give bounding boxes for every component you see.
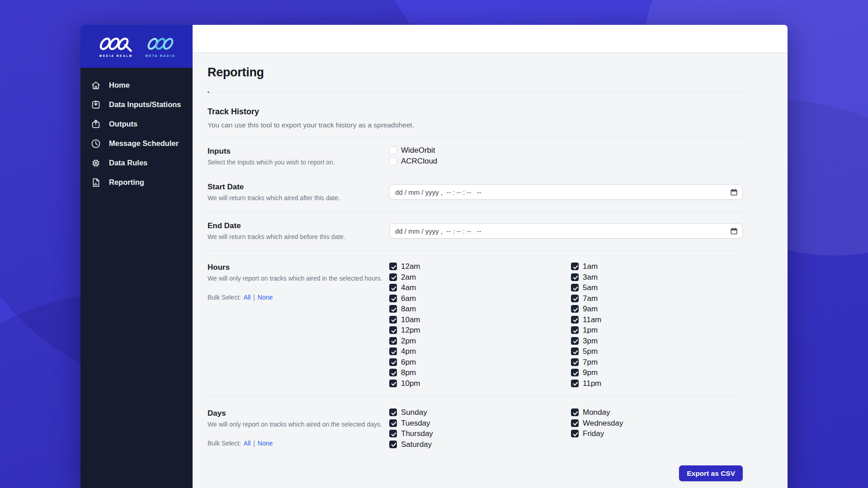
day-checkbox-option[interactable]: Sunday	[389, 408, 427, 417]
sidebar: MEDIA REALM META RADIO Home	[80, 25, 193, 488]
checkbox-label: 1pm	[583, 326, 598, 334]
checkbox[interactable]	[571, 263, 579, 270]
track-history-intro: Track History You can use this tool to e…	[208, 107, 743, 137]
media-realm-logo[interactable]: MEDIA REALM	[98, 36, 135, 57]
checkbox[interactable]	[571, 295, 579, 302]
checkbox-label: 2pm	[401, 337, 416, 345]
day-checkbox-option[interactable]: Monday	[571, 408, 610, 417]
checkbox[interactable]	[571, 358, 579, 366]
hours-bulk-all-link[interactable]: All	[244, 294, 251, 301]
hour-checkbox-option[interactable]: 10am	[389, 316, 420, 324]
checkbox[interactable]	[571, 408, 579, 416]
checkbox[interactable]	[389, 273, 397, 281]
checkbox-label: 7pm	[583, 358, 598, 366]
hour-checkbox-option[interactable]: 1pm	[571, 326, 598, 334]
calendar-icon[interactable]	[730, 188, 738, 196]
hour-checkbox-option[interactable]: 7pm	[571, 358, 598, 366]
day-checkbox-option[interactable]: Thursday	[389, 430, 433, 438]
checkbox[interactable]	[389, 358, 397, 366]
meta-radio-logo[interactable]: META RADIO	[146, 36, 175, 57]
checkbox[interactable]	[389, 295, 397, 302]
checkbox[interactable]	[389, 337, 397, 345]
end-date-input[interactable]: dd / mm / yyyy , -- : -- : -- --	[389, 223, 743, 239]
checkbox[interactable]	[389, 380, 397, 387]
checkbox[interactable]	[389, 419, 397, 427]
checkbox[interactable]	[571, 347, 579, 355]
data-rules-icon	[90, 158, 101, 169]
media-realm-logo-mark	[98, 36, 135, 52]
sidebar-item[interactable]: Outputs	[80, 114, 193, 134]
input-checkbox-option[interactable]: WideOrbit	[389, 146, 435, 155]
hours-label: Hours	[208, 263, 389, 272]
tab[interactable]	[208, 86, 209, 93]
checkbox[interactable]	[571, 316, 579, 324]
checkbox[interactable]	[389, 408, 397, 416]
hour-checkbox-option[interactable]: 12pm	[389, 326, 420, 334]
hour-checkbox-option[interactable]: 7am	[571, 295, 598, 303]
checkbox[interactable]	[389, 146, 397, 154]
start-date-row: Start Date We will return tracks which a…	[208, 173, 743, 211]
checkbox[interactable]	[389, 284, 397, 291]
hour-checkbox-option[interactable]: 3am	[571, 273, 598, 282]
checkbox[interactable]	[389, 441, 397, 448]
day-checkbox-option[interactable]: Wednesday	[571, 419, 623, 427]
checkbox[interactable]	[571, 305, 579, 313]
sidebar-item[interactable]: Reporting	[80, 173, 193, 192]
tab[interactable]	[227, 86, 229, 93]
checkbox[interactable]	[571, 380, 579, 387]
hour-checkbox-option[interactable]: 1am	[571, 263, 598, 271]
export-csv-button[interactable]: Export as CSV	[679, 465, 743, 481]
checkbox[interactable]	[389, 326, 397, 334]
checkbox[interactable]	[389, 430, 397, 437]
days-bulk-select: Bulk Select: All | None	[208, 439, 389, 447]
hour-checkbox-option[interactable]: 3pm	[571, 337, 598, 345]
checkbox[interactable]	[571, 284, 579, 291]
checkbox[interactable]	[571, 430, 579, 437]
checkbox[interactable]	[389, 347, 397, 355]
content: Reporting Track History You can use this…	[193, 53, 788, 488]
day-checkbox-option[interactable]: Tuesday	[389, 419, 430, 427]
hour-checkbox-option[interactable]: 5am	[571, 284, 598, 292]
checkbox-label: Wednesday	[583, 419, 623, 427]
bulk-select-label: Bulk Select:	[208, 294, 241, 301]
hour-checkbox-option[interactable]: 5pm	[571, 347, 598, 356]
sidebar-item[interactable]: Data Inputs/Stations	[80, 95, 193, 114]
hour-checkbox-option[interactable]: 11pm	[571, 380, 601, 388]
hour-checkbox-option[interactable]: 4am	[389, 284, 416, 292]
input-checkbox-option[interactable]: ACRCloud	[389, 157, 437, 165]
sidebar-item[interactable]: Home	[80, 75, 193, 95]
hours-bulk-none-link[interactable]: None	[258, 294, 273, 301]
checkbox[interactable]	[571, 419, 579, 427]
checkbox-label: Friday	[583, 430, 604, 438]
hour-checkbox-option[interactable]: 8am	[389, 305, 416, 313]
checkbox[interactable]	[389, 263, 397, 270]
days-bulk-all-link[interactable]: All	[244, 440, 251, 447]
checkbox[interactable]	[389, 157, 397, 165]
hour-checkbox-option[interactable]: 11am	[571, 316, 601, 324]
days-row: Days We will only report on tracks which…	[208, 396, 743, 457]
day-checkbox-option[interactable]: Friday	[571, 430, 604, 438]
hour-checkbox-option[interactable]: 6pm	[389, 358, 416, 366]
hour-checkbox-option[interactable]: 8pm	[389, 369, 416, 377]
hour-checkbox-option[interactable]: 2pm	[389, 337, 416, 345]
hour-checkbox-option[interactable]: 10pm	[389, 380, 420, 388]
calendar-icon[interactable]	[730, 227, 738, 235]
sidebar-item[interactable]: Message Scheduler	[80, 134, 193, 153]
hour-checkbox-option[interactable]: 9am	[571, 305, 598, 313]
days-bulk-none-link[interactable]: None	[258, 440, 273, 447]
checkbox[interactable]	[389, 316, 397, 324]
checkbox[interactable]	[571, 369, 579, 376]
hour-checkbox-option[interactable]: 2am	[389, 273, 416, 282]
sidebar-item[interactable]: Data Rules	[80, 153, 193, 173]
checkbox[interactable]	[571, 326, 579, 334]
checkbox[interactable]	[571, 273, 579, 281]
day-checkbox-option[interactable]: Saturday	[389, 441, 432, 449]
hour-checkbox-option[interactable]: 12am	[389, 263, 420, 271]
hour-checkbox-option[interactable]: 9pm	[571, 369, 598, 377]
checkbox[interactable]	[571, 337, 579, 345]
checkbox[interactable]	[389, 369, 397, 376]
hour-checkbox-option[interactable]: 6am	[389, 295, 416, 303]
hour-checkbox-option[interactable]: 4pm	[389, 347, 416, 356]
checkbox[interactable]	[389, 305, 397, 313]
start-date-input[interactable]: dd / mm / yyyy , -- : -- : -- --	[389, 184, 743, 200]
